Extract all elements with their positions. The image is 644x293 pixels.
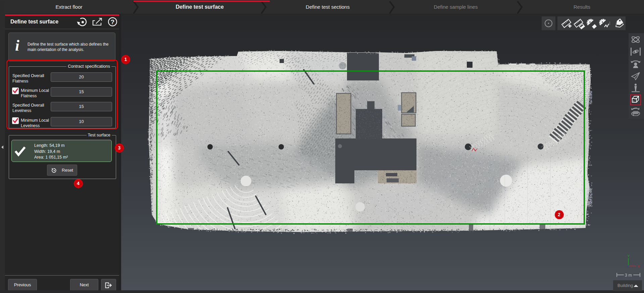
svg-text:X: X xyxy=(638,264,640,269)
svg-text:?: ? xyxy=(111,18,115,25)
svg-text:Y: Y xyxy=(628,254,630,258)
svg-text:3 m: 3 m xyxy=(625,273,632,278)
svg-text:Z: Z xyxy=(627,264,629,269)
